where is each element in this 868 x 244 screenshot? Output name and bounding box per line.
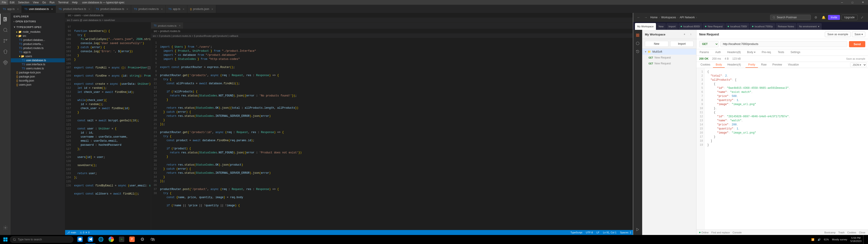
cookies-btn[interactable]: Cookies (847, 231, 856, 234)
activity-extensions[interactable] (0, 57, 11, 68)
trash-btn[interactable]: Trash (838, 231, 844, 234)
menu-view[interactable]: View (31, 0, 40, 5)
postman-forward-button[interactable]: → (643, 15, 649, 20)
save-button[interactable]: Save as example (825, 32, 850, 37)
encoding-status[interactable]: UTF-8 (584, 231, 595, 234)
environments-icon[interactable] (634, 40, 641, 47)
breadcrumb-file[interactable]: product.routes.ts (160, 30, 180, 33)
breadcrumb-api-network[interactable]: API Network (680, 16, 695, 19)
tab-product-database[interactable]: TS product.database.ts ✕ (93, 5, 131, 13)
import-workspace-button[interactable]: Import (670, 41, 694, 47)
postman-tab-localhost-7000-p[interactable]: localhost:7000/p (750, 23, 775, 30)
tab-product-routes-2[interactable]: TS product.routes.ts ✕ (151, 22, 184, 29)
menu-selection[interactable]: Selection (16, 0, 31, 5)
breadcrumb-workspaces[interactable]: Workspaces (661, 16, 676, 19)
save-dropdown-button[interactable]: Save ▾ (852, 32, 865, 37)
menu-run[interactable]: Run (48, 0, 56, 5)
breadcrumb-home[interactable]: Home (650, 16, 657, 19)
language-status[interactable]: TypeScript (569, 231, 584, 234)
breadcrumb-src[interactable]: src (154, 30, 157, 33)
postman-tab-import[interactable]: Import (666, 23, 678, 30)
sidebar-item-tsconfig[interactable]: {} tsconfig.json (11, 79, 65, 83)
taskbar-survey[interactable]: Mostly survey (831, 235, 848, 244)
import-collection-button[interactable]: ↑ (688, 32, 693, 37)
console-btn[interactable]: Console (733, 231, 742, 234)
resp-view-pretty[interactable]: Pretty (745, 62, 758, 68)
postman-tab-my-workspace[interactable]: My Workspace (635, 23, 656, 30)
activity-explorer[interactable] (0, 14, 11, 25)
sidebar-item-node-modules[interactable]: ▸ 📁 node_modules (11, 30, 65, 34)
taskbar-app-settings[interactable]: ⚙ (137, 235, 147, 244)
activity-search[interactable] (0, 25, 11, 35)
tab-app-ts-2[interactable]: TS app.ts ✕ (166, 5, 187, 13)
taskbar-app-store[interactable]: 🛍 (148, 235, 158, 244)
sidebar-item-product-routes[interactable]: TS product.routes.ts (11, 46, 65, 50)
sidebar-item-user-interface[interactable]: TS user.interface.ts (11, 62, 65, 66)
taskbar-app-edge[interactable]: 🌐 (96, 235, 106, 244)
taskbar-battery[interactable]: 61% (823, 235, 830, 244)
sidebar-item-src[interactable]: ▾ 📂 src (11, 34, 65, 38)
req-tab-params[interactable]: Params (696, 49, 712, 56)
new-request-item-1[interactable]: GET New Request (642, 55, 696, 61)
sidebar-item-product-interface[interactable]: TS product.interfa... (11, 42, 65, 46)
save-response-link[interactable]: Save as example (846, 57, 865, 60)
breadcrumb-file[interactable]: user.database.ts (84, 14, 103, 17)
taskbar-app-chrome[interactable] (106, 235, 116, 244)
bootcamp-btn[interactable]: Bootcamp (825, 231, 836, 234)
open-editors-section[interactable]: › OPEN EDITORS (11, 19, 65, 24)
tab-app-ts-1[interactable]: TS app.ts ✕ (0, 5, 22, 13)
taskbar-network[interactable]: 📶 (810, 235, 816, 244)
cursor-status[interactable]: Ln 91, Col 1 (601, 231, 618, 234)
req-tab-settings[interactable]: Settings (787, 49, 803, 56)
notification-icon-btn[interactable]: 🔔 (820, 14, 827, 21)
postman-tab-new[interactable]: New (656, 23, 666, 30)
settings-icon-btn[interactable]: ⚙ (813, 14, 819, 21)
code-editor-left[interactable]: 979899100101 102103104105106 10710810911… (65, 22, 151, 230)
postman-tab-no-environment[interactable]: No environment ▾ (797, 23, 822, 30)
collections-icon[interactable] (634, 32, 641, 39)
req-tab-auth[interactable]: Auth (712, 49, 724, 56)
taskbar-app-explorer[interactable] (75, 235, 85, 244)
tab-close-icon[interactable]: ✕ (17, 8, 19, 10)
collection-mulisoft[interactable]: ▾ 📁 MuliSoft (642, 49, 696, 55)
tab-product-routes[interactable]: TS product.routes.ts ✕ (131, 5, 165, 13)
invite-button[interactable]: Invite (828, 15, 840, 20)
resp-tab-headers[interactable]: Headers(4) (725, 62, 744, 68)
sidebar-item-app-ts[interactable]: TS app.ts (11, 50, 65, 54)
sidebar-item-product-database[interactable]: TS product.databas... (11, 38, 65, 42)
resp-tab-cookies[interactable]: Cookies (698, 62, 713, 68)
eol-status[interactable]: LF (595, 231, 601, 234)
upgrade-button[interactable]: Upgrade (841, 15, 858, 20)
taskbar-app-terminal[interactable]: > (117, 235, 127, 244)
menu-terminal[interactable]: Terminal (56, 0, 70, 5)
resp-view-preview[interactable]: Preview (770, 62, 785, 68)
url-input[interactable] (720, 41, 847, 47)
project-section[interactable]: ∨ TYPESCRIPT-SPEC (11, 24, 65, 30)
runner-icon[interactable] (634, 226, 641, 233)
start-button[interactable] (1, 235, 10, 244)
tab-close-icon[interactable]: ✕ (161, 8, 163, 10)
sidebar-item-package-lock[interactable]: {} package-lock.json (11, 70, 65, 74)
send-button[interactable]: Send (849, 41, 865, 47)
menu-file[interactable]: File (0, 0, 8, 5)
activity-settings[interactable] (0, 222, 11, 233)
minimize-button[interactable]: ─ (837, 0, 847, 5)
sidebar-item-users-folder[interactable]: ▾ 📂 users (11, 54, 65, 58)
git-branch-status[interactable]: ⎇ main (65, 230, 78, 235)
close-button[interactable]: ✕ (858, 0, 868, 5)
json-content[interactable]: { "total": 2, "allProducts": [ { "id": "… (705, 68, 868, 230)
taskbar-volume[interactable]: 🔊 (816, 235, 822, 244)
close-btn[interactable]: Close (859, 231, 865, 234)
maximize-button[interactable]: □ (847, 0, 858, 5)
tab-close-icon[interactable]: ✕ (183, 8, 184, 10)
indent-status[interactable]: Spaces: 2 (618, 231, 633, 234)
code-text-left[interactable]: function saveUsers() { try { fs.writeFil… (73, 24, 151, 228)
sidebar-item-users-routes[interactable]: TS users.routes.ts (11, 66, 65, 70)
menu-help[interactable]: Help (70, 0, 80, 5)
postman-tab-localhost-7000[interactable]: localhost:7000/ (725, 23, 749, 30)
new-request-item-2[interactable]: GET New Request (642, 61, 696, 66)
req-tab-body[interactable]: Body ▾ (744, 49, 758, 56)
tab-close-icon[interactable]: ✕ (179, 24, 181, 27)
resp-view-raw[interactable]: Raw (758, 62, 769, 68)
tab-close-icon[interactable]: ✕ (51, 8, 53, 10)
